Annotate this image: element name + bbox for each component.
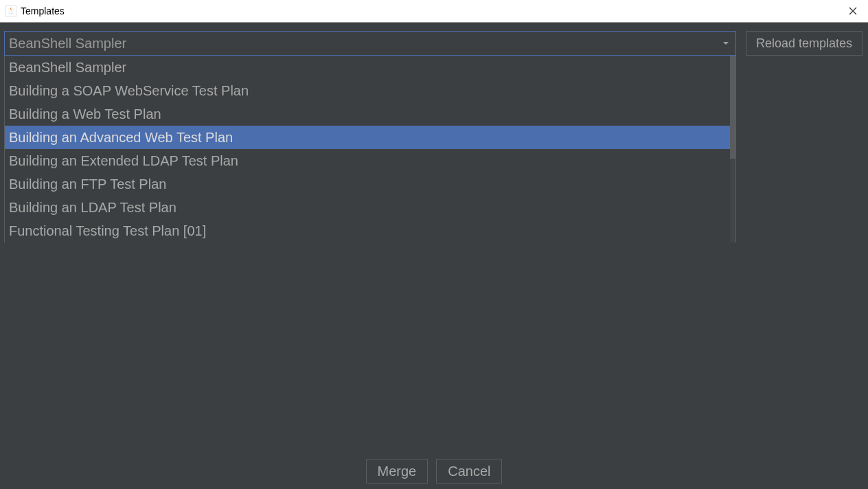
- dropdown-option[interactable]: Building an Extended LDAP Test Plan: [5, 149, 735, 172]
- reload-templates-button[interactable]: Reload templates: [746, 31, 863, 56]
- template-combo-wrap: BeanShell Sampler BeanShell SamplerBuild…: [4, 31, 736, 56]
- close-icon: [849, 7, 857, 15]
- svg-rect-0: [5, 5, 16, 16]
- merge-button[interactable]: Merge: [366, 459, 429, 484]
- top-row: BeanShell Sampler BeanShell SamplerBuild…: [0, 23, 868, 56]
- dropdown-option[interactable]: Functional Testing Test Plan [01]: [5, 219, 735, 242]
- dropdown-option[interactable]: Building an FTP Test Plan: [5, 172, 735, 196]
- chevron-down-icon: [723, 42, 729, 45]
- reload-button-label: Reload templates: [756, 36, 852, 51]
- merge-button-label: Merge: [378, 464, 417, 479]
- close-button[interactable]: [843, 1, 863, 21]
- cancel-button-label: Cancel: [448, 464, 490, 479]
- combobox-selected-text: BeanShell Sampler: [9, 36, 126, 52]
- dialog-footer: Merge Cancel: [0, 459, 868, 484]
- template-combobox[interactable]: BeanShell Sampler: [4, 31, 736, 56]
- cancel-button[interactable]: Cancel: [436, 459, 502, 484]
- scrollbar-thumb[interactable]: [730, 56, 735, 159]
- window-title: Templates: [21, 5, 65, 16]
- dropdown-option[interactable]: BeanShell Sampler: [5, 56, 735, 79]
- dropdown-option[interactable]: Building an LDAP Test Plan: [5, 196, 735, 219]
- dropdown-option[interactable]: Building an Advanced Web Test Plan: [5, 126, 735, 149]
- titlebar: Templates: [0, 0, 868, 23]
- dropdown-option[interactable]: Building a Web Test Plan: [5, 102, 735, 126]
- dropdown-scrollbar[interactable]: [730, 56, 735, 242]
- dropdown-option[interactable]: Building a SOAP WebService Test Plan: [5, 79, 735, 102]
- template-dropdown-list: BeanShell SamplerBuilding a SOAP WebServ…: [4, 56, 736, 242]
- dialog-content: BeanShell Sampler BeanShell SamplerBuild…: [0, 23, 868, 489]
- java-icon: [5, 5, 16, 16]
